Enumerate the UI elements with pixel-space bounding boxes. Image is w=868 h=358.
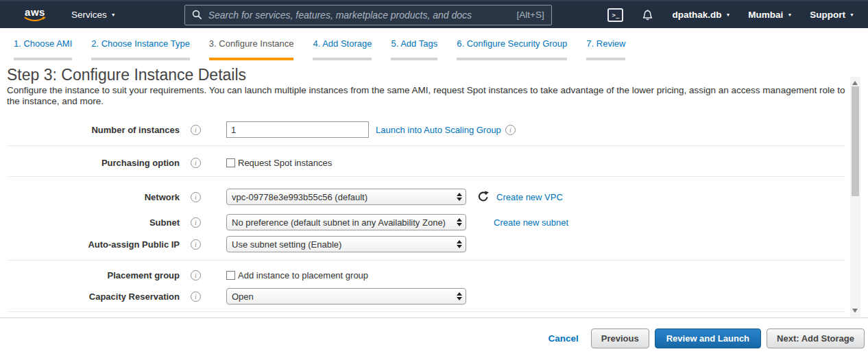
create-new-subnet-link[interactable]: Create new subnet xyxy=(494,217,568,228)
tab-add-tags[interactable]: 5. Add Tags xyxy=(391,38,437,60)
capacity-reservation-label: Capacity Reservation xyxy=(0,291,180,302)
auto-assign-public-ip-label: Auto-assign Public IP xyxy=(0,239,180,250)
select-arrows-icon xyxy=(457,193,462,201)
aws-logo[interactable]: aws xyxy=(23,8,47,23)
navbar-right: >_ dpathak.db ▼ Mumbai ▼ Support ▼ xyxy=(607,8,854,22)
network-label: Network xyxy=(0,192,180,202)
tab-choose-instance-type[interactable]: 2. Choose Instance Type xyxy=(91,38,190,60)
row-capacity-reservation: Capacity Reservation i Open xyxy=(0,288,868,305)
info-icon[interactable]: i xyxy=(505,125,516,135)
placement-group-label: Placement group xyxy=(0,270,180,281)
next-add-storage-button[interactable]: Next: Add Storage xyxy=(767,329,865,348)
subnet-select[interactable]: No preference (default subnet in any Ava… xyxy=(226,214,466,230)
region-menu[interactable]: Mumbai ▼ xyxy=(748,10,792,20)
scrollbar-down-arrow[interactable] xyxy=(852,309,858,313)
select-arrows-icon xyxy=(457,218,462,226)
scrollbar-up-arrow[interactable] xyxy=(852,81,858,85)
request-spot-instances-label: Request Spot instances xyxy=(238,158,332,168)
services-label: Services xyxy=(71,10,107,20)
tab-configure-instance[interactable]: 3. Configure Instance xyxy=(209,38,294,60)
review-and-launch-button[interactable]: Review and Launch xyxy=(655,329,761,348)
auto-assign-public-ip-selected-value: Use subnet setting (Enable) xyxy=(232,239,454,250)
info-icon[interactable]: i xyxy=(191,217,201,228)
info-icon[interactable]: i xyxy=(191,125,201,135)
aws-logo-text: aws xyxy=(25,8,45,16)
info-icon[interactable]: i xyxy=(191,158,201,168)
number-of-instances-input[interactable] xyxy=(226,121,369,138)
divider xyxy=(8,145,845,146)
add-instance-to-placement-group-checkbox[interactable] xyxy=(226,271,235,280)
tab-choose-ami[interactable]: 1. Choose AMI xyxy=(14,38,72,60)
tab-review[interactable]: 7. Review xyxy=(586,38,625,60)
divider xyxy=(8,311,845,312)
configure-instance-form: Number of instances i Launch into Auto S… xyxy=(0,121,868,312)
account-label: dpathak.db xyxy=(672,10,721,20)
row-subnet: Subnet i No preference (default subnet i… xyxy=(0,214,868,230)
refresh-vpc-button[interactable] xyxy=(477,191,490,203)
chevron-down-icon: ▼ xyxy=(111,12,116,17)
region-label: Mumbai xyxy=(748,10,783,20)
wizard-tabbar: 1. Choose AMI 2. Choose Instance Type 3.… xyxy=(0,28,868,60)
cancel-link[interactable]: Cancel xyxy=(548,333,579,344)
search-icon xyxy=(192,10,202,20)
network-selected-value: vpc-09778e3e993b55c56 (default) xyxy=(232,192,454,202)
network-select[interactable]: vpc-09778e3e993b55c56 (default) xyxy=(226,189,466,205)
page-title: Step 3: Configure Instance Details xyxy=(7,66,861,84)
divider xyxy=(8,260,845,261)
select-arrows-icon xyxy=(457,292,462,300)
refresh-icon xyxy=(477,191,490,203)
select-arrows-icon xyxy=(457,240,462,248)
capacity-reservation-select[interactable]: Open xyxy=(226,288,466,305)
search-shortcut: [Alt+S] xyxy=(517,10,544,20)
divider xyxy=(8,176,845,177)
launch-into-auto-scaling-group-link[interactable]: Launch into Auto Scaling Group xyxy=(376,125,501,135)
info-icon[interactable]: i xyxy=(191,192,201,202)
row-auto-assign-public-ip: Auto-assign Public IP i Use subnet setti… xyxy=(0,236,868,252)
info-icon[interactable]: i xyxy=(191,270,201,281)
page-description: Configure the instance to suit your requ… xyxy=(7,85,847,107)
create-new-vpc-link[interactable]: Create new VPC xyxy=(496,192,563,202)
chevron-down-icon: ▼ xyxy=(787,12,792,17)
chevron-down-icon: ▼ xyxy=(725,12,730,17)
capacity-reservation-selected-value: Open xyxy=(232,291,454,302)
aws-smile-icon xyxy=(23,16,47,23)
page-content: Step 3: Configure Instance Details Confi… xyxy=(0,66,868,312)
cloudshell-icon[interactable]: >_ xyxy=(607,8,623,22)
add-instance-to-placement-group-label: Add instance to placement group xyxy=(238,270,368,281)
search-input[interactable] xyxy=(208,10,517,21)
purchasing-option-label: Purchasing option xyxy=(0,158,180,168)
chevron-down-icon: ▼ xyxy=(849,12,854,17)
account-menu[interactable]: dpathak.db ▼ xyxy=(672,10,730,20)
vertical-scrollbar[interactable] xyxy=(850,77,860,317)
scrollbar-thumb[interactable] xyxy=(852,86,859,196)
number-of-instances-label: Number of instances xyxy=(0,125,180,135)
row-purchasing-option: Purchasing option i Request Spot instanc… xyxy=(0,158,868,168)
row-number-of-instances: Number of instances i Launch into Auto S… xyxy=(0,121,868,138)
request-spot-instances-checkbox[interactable] xyxy=(226,158,235,167)
support-label: Support xyxy=(810,10,845,20)
subnet-selected-value: No preference (default subnet in any Ava… xyxy=(232,217,454,228)
previous-button[interactable]: Previous xyxy=(591,329,649,348)
row-placement-group: Placement group i Add instance to placem… xyxy=(0,270,868,281)
info-icon[interactable]: i xyxy=(191,239,201,250)
top-navbar: aws Services ▼ [Alt+S] >_ dpathak.db ▼ M… xyxy=(0,0,868,28)
auto-assign-public-ip-select[interactable]: Use subnet setting (Enable) xyxy=(226,236,466,252)
services-menu[interactable]: Services ▼ xyxy=(71,10,116,20)
tab-configure-security-group[interactable]: 6. Configure Security Group xyxy=(457,38,567,60)
global-search[interactable]: [Alt+S] xyxy=(184,5,552,25)
subnet-label: Subnet xyxy=(0,217,180,228)
support-menu[interactable]: Support ▼ xyxy=(810,10,854,20)
info-icon[interactable]: i xyxy=(191,291,201,302)
wizard-footer: Cancel Previous Review and Launch Next: … xyxy=(0,318,868,358)
row-network: Network i vpc-09778e3e993b55c56 (default… xyxy=(0,189,868,205)
tab-add-storage[interactable]: 4. Add Storage xyxy=(313,38,372,60)
notifications-bell-icon[interactable] xyxy=(641,8,654,21)
